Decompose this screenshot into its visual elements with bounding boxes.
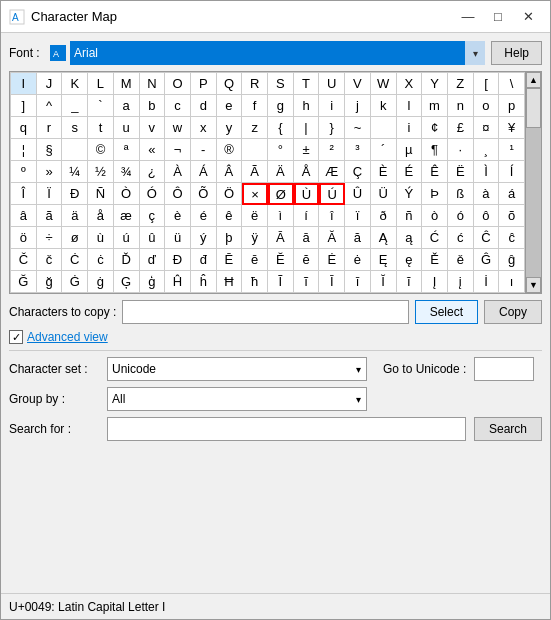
char-cell[interactable]: Ė — [319, 249, 345, 271]
char-cell[interactable]: í — [294, 205, 320, 227]
char-cell[interactable]: Ä — [268, 161, 294, 183]
char-cell[interactable]: u — [114, 117, 140, 139]
char-cell[interactable]: Ĝ — [474, 249, 500, 271]
char-cell[interactable]: Æ — [319, 161, 345, 183]
char-cell[interactable]: Ć — [422, 227, 448, 249]
char-cell[interactable]: Ċ — [62, 249, 88, 271]
char-cell[interactable]: ī — [345, 271, 371, 293]
char-cell[interactable]: Į — [422, 271, 448, 293]
char-cell[interactable]: ] — [11, 95, 37, 117]
char-cell[interactable]: S — [268, 73, 294, 95]
char-cell[interactable]: t — [88, 117, 114, 139]
char-cell[interactable]: ĉ — [499, 227, 525, 249]
char-cell[interactable]: Ġ — [62, 271, 88, 293]
maximize-button[interactable]: □ — [484, 6, 512, 28]
char-cell[interactable]: w — [165, 117, 191, 139]
char-cell[interactable]: õ — [499, 205, 525, 227]
char-cell[interactable]: ô — [474, 205, 500, 227]
char-cell[interactable]: Ğ — [11, 271, 37, 293]
char-cell[interactable]: i — [319, 95, 345, 117]
char-cell[interactable]: û — [140, 227, 166, 249]
char-cell[interactable]: ę — [397, 249, 423, 271]
char-cell[interactable]: ć — [448, 227, 474, 249]
char-cell[interactable]: º — [11, 161, 37, 183]
scroll-track[interactable] — [526, 88, 541, 277]
char-cell[interactable]: ď — [140, 249, 166, 271]
char-cell[interactable]: ò — [422, 205, 448, 227]
group-by-select[interactable]: All Unicode Subrange Unicode Category — [107, 387, 367, 411]
char-cell[interactable]: Ï — [37, 183, 63, 205]
char-cell[interactable]: · — [448, 139, 474, 161]
char-cell[interactable]: á — [499, 183, 525, 205]
char-cell[interactable]: { — [268, 117, 294, 139]
char-cell[interactable]: ü — [165, 227, 191, 249]
char-cell[interactable]: æ — [114, 205, 140, 227]
scrollbar[interactable]: ▲ ▼ — [525, 72, 541, 293]
char-cell[interactable]: î — [319, 205, 345, 227]
char-cell[interactable]: Ę — [371, 249, 397, 271]
char-cell[interactable]: ĥ — [191, 271, 217, 293]
select-button[interactable]: Select — [415, 300, 478, 324]
char-cell[interactable]: Ĩ — [268, 271, 294, 293]
char-cell[interactable]: Î — [11, 183, 37, 205]
char-cell[interactable]: ª — [114, 139, 140, 161]
search-button[interactable]: Search — [474, 417, 542, 441]
char-cell[interactable]: q — [11, 117, 37, 139]
char-cell[interactable]: Á — [191, 161, 217, 183]
char-cell[interactable]: Ě — [422, 249, 448, 271]
char-cell[interactable]: × — [242, 183, 268, 205]
char-cell[interactable]: ĩ — [294, 271, 320, 293]
char-cell[interactable]: « — [140, 139, 166, 161]
chars-to-copy-input[interactable] — [122, 300, 408, 324]
char-cell[interactable]: ė — [345, 249, 371, 271]
scroll-thumb[interactable] — [526, 88, 541, 128]
char-cell[interactable]: Q — [217, 73, 243, 95]
char-cell[interactable]: ġ — [88, 271, 114, 293]
char-cell[interactable]: o — [474, 95, 500, 117]
char-cell[interactable]: Ð — [62, 183, 88, 205]
char-cell[interactable]: U — [319, 73, 345, 95]
char-cell[interactable]: b — [140, 95, 166, 117]
char-cell[interactable]: ¦ — [11, 139, 37, 161]
char-cell[interactable]: è — [165, 205, 191, 227]
char-cell[interactable]: ð — [371, 205, 397, 227]
char-cell[interactable]: n — [448, 95, 474, 117]
char-cell[interactable]: ċ — [88, 249, 114, 271]
char-cell[interactable]: Ĉ — [474, 227, 500, 249]
char-cell[interactable]: Ó — [140, 183, 166, 205]
char-cell[interactable]: W — [371, 73, 397, 95]
char-cell[interactable]: k — [371, 95, 397, 117]
search-input[interactable] — [107, 417, 466, 441]
char-cell[interactable]: p — [499, 95, 525, 117]
char-cell[interactable]: r — [37, 117, 63, 139]
char-cell[interactable]: a — [114, 95, 140, 117]
char-cell[interactable]: İ — [474, 271, 500, 293]
char-cell[interactable]: ¢ — [422, 117, 448, 139]
char-cell[interactable]: | — [294, 117, 320, 139]
char-cell[interactable]: ħ — [242, 271, 268, 293]
char-cell[interactable]: ø — [62, 227, 88, 249]
char-cell[interactable]: Í — [499, 161, 525, 183]
char-cell[interactable]: ĭ — [397, 271, 423, 293]
char-cell[interactable]: ` — [88, 95, 114, 117]
char-cell[interactable]: Ú — [319, 183, 345, 205]
char-cell[interactable]: ¸ — [474, 139, 500, 161]
char-cell[interactable]: Ô — [165, 183, 191, 205]
char-cell[interactable]: ¼ — [62, 161, 88, 183]
char-cell[interactable]: ß — [448, 183, 474, 205]
char-cell[interactable]: Ē — [217, 249, 243, 271]
char-cell[interactable]: [ — [474, 73, 500, 95]
char-cell[interactable]: Ì — [474, 161, 500, 183]
char-cell[interactable]: Ĥ — [165, 271, 191, 293]
char-cell[interactable] — [242, 139, 268, 161]
char-cell[interactable]: č — [37, 249, 63, 271]
char-cell[interactable]: Ă — [319, 227, 345, 249]
char-cell[interactable]: ä — [62, 205, 88, 227]
char-cell[interactable]: đ — [191, 249, 217, 271]
help-button[interactable]: Help — [491, 41, 542, 65]
char-cell[interactable]: À — [165, 161, 191, 183]
char-cell[interactable]: y — [217, 117, 243, 139]
char-cell[interactable]: l — [397, 95, 423, 117]
char-cell[interactable]: L — [88, 73, 114, 95]
char-cell[interactable]: Ħ — [217, 271, 243, 293]
